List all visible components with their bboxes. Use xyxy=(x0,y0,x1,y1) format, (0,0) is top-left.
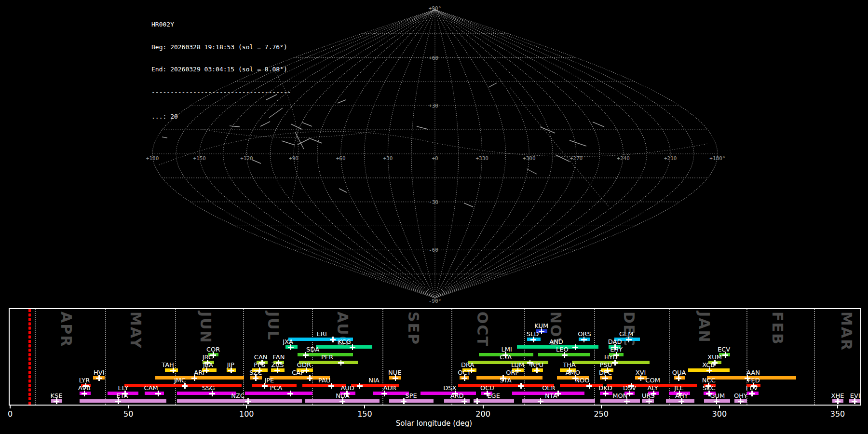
shower-max-marker-ARD xyxy=(461,398,467,404)
shower-max-marker-URS xyxy=(646,398,652,404)
shower-max-marker-RPU xyxy=(534,367,540,373)
month-boundary-JUL xyxy=(243,309,244,405)
shower-max-marker-EGE xyxy=(474,398,480,404)
shower-max-marker-JMC xyxy=(182,383,188,389)
month-label-MAR: MAR xyxy=(838,312,855,351)
axis-tick-100 xyxy=(246,406,247,408)
shower-max-marker-NUE xyxy=(393,375,398,381)
shower-max-marker-KCG xyxy=(350,344,355,350)
month-boundary-MAR xyxy=(814,309,815,405)
shower-label-PCA: PCA xyxy=(265,385,288,391)
shower-max-marker-SSG xyxy=(209,391,215,396)
month-boundary-APR xyxy=(35,309,36,405)
month-label-JUN: JUN xyxy=(197,312,214,344)
shower-bar-SPE xyxy=(389,399,433,403)
shower-max-marker-JIP xyxy=(228,367,234,373)
month-label-MAY: MAY xyxy=(127,312,144,349)
shower-max-marker-PCA xyxy=(287,391,293,396)
shower-max-marker-ARI xyxy=(191,375,197,381)
shower-label-CAP: CAP xyxy=(286,369,310,376)
axis-tick-250 xyxy=(601,406,602,408)
shower-bar-NTA xyxy=(522,399,595,403)
shower-bar-MON xyxy=(600,399,640,403)
shower-max-marker-QUA xyxy=(676,375,681,381)
shower-max-marker-OCT xyxy=(461,375,467,381)
shower-max-marker-NOO xyxy=(586,383,592,389)
shower-label-STA: STA xyxy=(494,377,517,383)
shower-max-marker-SDA xyxy=(303,352,309,358)
axis-tick-200 xyxy=(483,406,484,408)
month-label-OCT: OCT xyxy=(474,312,491,347)
month-boundary-AUG xyxy=(312,309,313,405)
shower-max-marker-LEO xyxy=(562,352,568,358)
shower-label-SSG: SSG xyxy=(197,385,220,391)
axis-tick-label-150: 150 xyxy=(350,409,379,419)
axis-tick-label-250: 250 xyxy=(587,409,616,419)
shower-max-marker-ORS xyxy=(581,337,587,342)
month-label-JAN: JAN xyxy=(696,312,713,343)
month-boundary-JUN xyxy=(175,309,176,405)
shower-bar-PCA xyxy=(245,392,312,395)
month-label-JUL: JUL xyxy=(265,312,282,341)
shower-max-marker-OHY xyxy=(738,398,744,404)
shower-max-marker-STA xyxy=(518,383,524,389)
shower-max-marker-GEM xyxy=(626,337,632,342)
shower-max-marker-SLD xyxy=(530,337,536,342)
shower-bar-NZC xyxy=(177,399,301,403)
axis-tick-label-200: 200 xyxy=(469,409,498,419)
shower-label-CTA: CTA xyxy=(494,354,517,360)
axis-tick-label-350: 350 xyxy=(823,409,852,419)
shower-max-marker-NTA xyxy=(538,398,543,404)
month-label-SEP: SEP xyxy=(405,312,422,345)
radiant-map-screen: +180+150+120+90+60+30+0+330+300+270+240+… xyxy=(0,0,868,434)
month-label-FEB: FEB xyxy=(769,312,786,345)
shower-activity-chart: Solar longitude (deg) APRMAYJUNJULAUGSEP… xyxy=(0,0,868,434)
shower-bar-ETA xyxy=(80,399,166,403)
shower-label-JMC: JMC xyxy=(168,377,191,383)
shower-max-marker-XCB xyxy=(706,367,712,373)
shower-label-NIA: NIA xyxy=(363,377,386,383)
shower-max-marker-AVB xyxy=(81,391,87,396)
axis-tick-label-0: 0 xyxy=(0,409,25,419)
month-boundary-MAY xyxy=(105,309,106,405)
shower-max-marker-JXA xyxy=(288,344,294,350)
shower-max-marker-XHE xyxy=(835,398,841,404)
month-label-APR: APR xyxy=(58,312,75,347)
shower-label-PER: PER xyxy=(315,354,339,360)
shower-max-marker-KSE xyxy=(54,398,59,404)
current-sol-marker-end xyxy=(29,309,31,405)
shower-max-marker-EVI xyxy=(852,398,857,404)
x-axis-title: Solar longitude (deg) xyxy=(0,419,868,428)
shower-max-marker-MON xyxy=(624,398,630,404)
month-boundary-NOV xyxy=(524,309,525,405)
shower-max-marker-GUM xyxy=(714,398,719,404)
axis-tick-0 xyxy=(10,406,11,408)
shower-max-marker-DKD xyxy=(603,391,609,396)
shower-max-marker-CAP xyxy=(307,375,312,381)
shower-bar-KCG xyxy=(316,345,372,349)
shower-label-JPE: JPE xyxy=(258,377,281,383)
shower-label-ETA: ETA xyxy=(110,393,134,399)
axis-tick-label-300: 300 xyxy=(705,409,734,419)
shower-max-marker-TAH xyxy=(170,367,176,373)
axis-tick-350 xyxy=(837,406,838,408)
shower-label-HYD: HYD xyxy=(599,354,623,360)
shower-max-marker-NZC xyxy=(245,398,251,404)
axis-tick-label-50: 50 xyxy=(114,409,143,419)
axis-tick-50 xyxy=(128,406,129,408)
shower-max-marker-AHY xyxy=(678,398,684,404)
shower-max-marker-ZCS xyxy=(274,367,280,373)
shower-max-marker-CAM xyxy=(155,391,161,396)
axis-tick-300 xyxy=(719,406,720,408)
shower-max-marker-HVI xyxy=(96,375,102,381)
shower-label-ARI: ARI xyxy=(188,369,211,376)
shower-label-COM: COM xyxy=(641,377,665,383)
shower-max-marker-NDA xyxy=(339,398,345,404)
shower-max-marker-PER xyxy=(338,360,344,366)
shower-max-marker-AUR xyxy=(381,391,387,396)
shower-max-marker-SPE xyxy=(401,398,407,404)
shower-max-marker-ETA xyxy=(115,398,121,404)
axis-tick-label-100: 100 xyxy=(232,409,261,419)
shower-label-DRA: DRA xyxy=(456,362,479,368)
shower-label-DSX: DSX xyxy=(438,385,461,391)
